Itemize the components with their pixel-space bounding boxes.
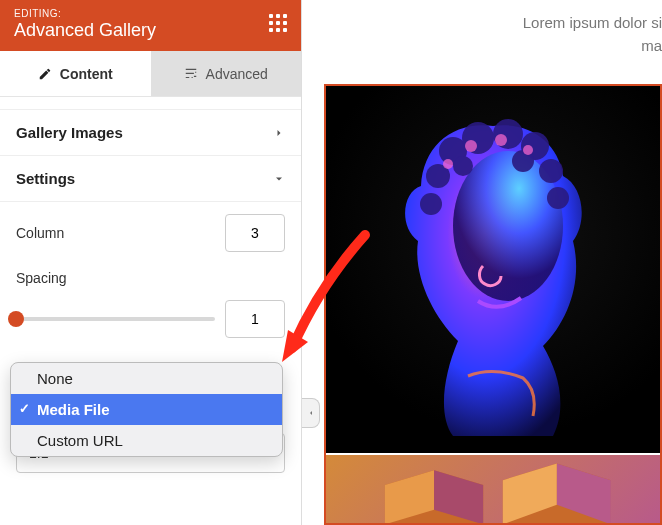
link-option-media-file[interactable]: Media File [11, 394, 282, 425]
collapse-sidebar-button[interactable] [302, 398, 320, 428]
cubes-illustration [326, 455, 660, 525]
spacing-input[interactable] [225, 300, 285, 338]
settings-panel: Gallery Images Settings Column Spacing [0, 97, 301, 525]
lorem-text: Lorem ipsum dolor si ma [302, 0, 662, 61]
tab-advanced-label: Advanced [206, 66, 268, 82]
tab-bar: Content Advanced [0, 51, 301, 97]
pencil-icon [38, 67, 52, 81]
svg-point-12 [495, 134, 507, 146]
svg-point-6 [539, 159, 563, 183]
svg-point-13 [523, 145, 533, 155]
column-input[interactable] [225, 214, 285, 252]
chevron-left-icon [307, 407, 315, 419]
svg-point-11 [465, 140, 477, 152]
drag-handle-icon[interactable] [269, 14, 289, 34]
chevron-right-icon [273, 127, 285, 139]
svg-point-9 [453, 156, 473, 176]
sculpture-illustration [383, 116, 603, 436]
svg-point-14 [443, 159, 453, 169]
sliders-icon [184, 67, 198, 81]
svg-point-7 [420, 193, 442, 215]
panel-header: EDITING: Advanced Gallery [0, 0, 301, 51]
section-gallery-images-label: Gallery Images [16, 124, 123, 141]
link-dropdown[interactable]: None Media File Custom URL [10, 362, 283, 457]
slider-thumb[interactable] [8, 311, 24, 327]
field-spacing: Spacing [0, 270, 301, 348]
editing-label: EDITING: [14, 8, 287, 19]
editor-sidebar: EDITING: Advanced Gallery Content Advanc… [0, 0, 302, 525]
link-option-none[interactable]: None [11, 363, 282, 394]
section-settings[interactable]: Settings [0, 156, 301, 202]
tab-content[interactable]: Content [0, 51, 151, 96]
chevron-down-icon [273, 173, 285, 185]
spacing-slider[interactable] [16, 309, 215, 329]
spacing-label: Spacing [16, 270, 285, 286]
section-settings-label: Settings [16, 170, 75, 187]
gallery-preview[interactable] [324, 84, 662, 525]
svg-point-8 [547, 187, 569, 209]
gallery-image-1 [326, 86, 660, 456]
link-option-custom-url[interactable]: Custom URL [11, 425, 282, 456]
slider-track [16, 317, 215, 321]
tab-advanced[interactable]: Advanced [151, 51, 302, 96]
block-title: Advanced Gallery [14, 20, 287, 41]
gallery-image-2 [326, 453, 660, 523]
tab-content-label: Content [60, 66, 113, 82]
field-column: Column [0, 202, 301, 270]
section-gallery-images[interactable]: Gallery Images [0, 109, 301, 156]
column-label: Column [16, 225, 64, 241]
preview-canvas: Lorem ipsum dolor si ma [302, 0, 662, 525]
